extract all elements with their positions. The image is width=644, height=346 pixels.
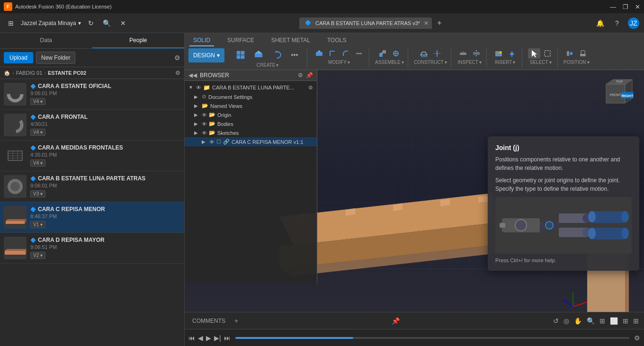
breadcrumb-settings-icon[interactable]: ⚙ bbox=[175, 70, 180, 76]
tab-data[interactable]: Data bbox=[0, 33, 92, 48]
list-item[interactable]: 🔷 CARA A ESTANTE OFICIAL 9:06:01 PM V4 ▾ bbox=[0, 79, 184, 110]
display-settings[interactable]: ⊞ bbox=[632, 316, 640, 326]
breadcrumb-home-icon[interactable]: 🏠 bbox=[4, 70, 10, 76]
modify-chamfer-btn[interactable] bbox=[340, 48, 352, 59]
select-tool-btn[interactable] bbox=[528, 48, 540, 59]
grid-icon[interactable]: ⊞ bbox=[5, 17, 17, 29]
ribbon-tab-tools[interactable]: TOOLS bbox=[323, 35, 350, 46]
file-version[interactable]: V2 ▾ bbox=[30, 252, 45, 259]
create-new-body-btn[interactable] bbox=[232, 48, 249, 62]
search-icon[interactable]: 🔍 bbox=[101, 17, 113, 29]
fit-icon[interactable]: ⊞ bbox=[598, 316, 607, 326]
construct-axis-btn[interactable] bbox=[431, 48, 443, 59]
browser-pin-icon[interactable]: 📌 bbox=[306, 72, 313, 79]
orbit-icon[interactable]: ↺ bbox=[552, 316, 560, 326]
assemble-joint-btn[interactable] bbox=[390, 48, 402, 59]
tree-expand-bodies-icon[interactable]: ▶ bbox=[194, 121, 200, 127]
look-at-icon[interactable]: ◎ bbox=[562, 316, 571, 326]
timeline-track[interactable] bbox=[235, 337, 629, 339]
tree-expand-comp-icon[interactable]: ▶ bbox=[202, 139, 207, 145]
tree-expand-origin-icon[interactable]: ▶ bbox=[194, 112, 200, 118]
tree-expand-doc-icon[interactable]: ▶ bbox=[194, 94, 200, 100]
timeline-play-btn[interactable]: ▶ bbox=[206, 334, 211, 342]
viewcube-toggle[interactable]: ⬜ bbox=[608, 316, 619, 326]
tree-item-root[interactable]: ▼ 👁 📁 CARA B ESTANTE LUNA PARTE... ⚙ bbox=[185, 83, 317, 92]
modify-fillet-btn[interactable] bbox=[326, 48, 339, 59]
timeline-last-btn[interactable]: ⏭ bbox=[224, 334, 231, 342]
help-icon[interactable]: ? bbox=[611, 17, 623, 29]
comments-label[interactable]: COMMENTS bbox=[188, 316, 229, 326]
viewport[interactable]: RIGHT TOP FRONT ◀◀ BROWSER ⚙ 📌 bbox=[185, 70, 644, 312]
close-doc-icon[interactable]: ✕ bbox=[117, 17, 129, 29]
comments-add-icon[interactable]: ＋ bbox=[233, 317, 240, 325]
upload-button[interactable]: Upload bbox=[4, 52, 33, 63]
minimize-button[interactable]: — bbox=[610, 3, 616, 10]
tree-item-doc-settings[interactable]: ▶ ⚙ Document Settings bbox=[185, 92, 317, 101]
tree-comp-visibility-icon[interactable]: 👁 bbox=[209, 139, 215, 145]
inspect-measure-btn[interactable] bbox=[457, 48, 469, 59]
file-version[interactable]: V4 ▾ bbox=[30, 129, 45, 136]
tree-sketches-visibility-icon[interactable]: 👁 bbox=[202, 130, 207, 136]
assemble-new-component-btn[interactable] bbox=[376, 48, 389, 59]
insert-more-btn[interactable] bbox=[506, 48, 518, 59]
tree-origin-visibility-icon[interactable]: 👁 bbox=[202, 112, 207, 118]
tree-bodies-visibility-icon[interactable]: 👁 bbox=[202, 121, 207, 127]
grid-toggle[interactable]: ⊞ bbox=[621, 316, 630, 326]
create-extrude-btn[interactable] bbox=[250, 48, 267, 62]
inspect-section-btn[interactable] bbox=[470, 48, 483, 59]
modify-more-btn[interactable] bbox=[353, 48, 365, 59]
pan-icon[interactable]: ✋ bbox=[572, 316, 583, 326]
viewcube[interactable]: RIGHT TOP FRONT bbox=[597, 75, 635, 113]
zoom-icon[interactable]: 🔍 bbox=[585, 316, 596, 326]
doc-tab-active[interactable]: 🔷 CARA B ESTANTE LUNA PARTE ATRAS v3* ✕ bbox=[299, 18, 432, 29]
close-button[interactable]: ✕ bbox=[635, 3, 640, 10]
sync-icon[interactable]: ↻ bbox=[85, 17, 97, 29]
timeline-settings-icon[interactable]: ⚙ bbox=[634, 334, 640, 342]
new-folder-button[interactable]: New Folder bbox=[36, 52, 75, 64]
panel-settings-icon[interactable]: ⚙ bbox=[174, 54, 180, 62]
position-align-btn[interactable] bbox=[564, 48, 576, 59]
timeline-first-btn[interactable]: ⏮ bbox=[188, 334, 195, 342]
extensions-icon[interactable]: 🔔 bbox=[594, 17, 606, 29]
tree-item-sketches[interactable]: ▶ 👁 📂 Sketches bbox=[185, 128, 317, 137]
maximize-button[interactable]: ❐ bbox=[623, 3, 628, 10]
tree-visibility-icon[interactable]: 👁 bbox=[196, 85, 201, 90]
file-version[interactable]: V4 ▾ bbox=[30, 98, 45, 105]
timeline-fwd-btn[interactable]: ▶| bbox=[214, 334, 221, 342]
tree-expand-views-icon[interactable]: ▶ bbox=[194, 103, 200, 109]
design-dropdown[interactable]: DESIGN ▾ bbox=[188, 48, 224, 62]
tree-item-origin[interactable]: ▶ 👁 📂 Origin bbox=[185, 110, 317, 119]
tree-item-named-views[interactable]: ▶ 📂 Named Views bbox=[185, 101, 317, 110]
titlebar-controls[interactable]: — ❐ ✕ bbox=[610, 3, 640, 10]
create-more-btn[interactable] bbox=[286, 48, 303, 62]
list-item[interactable]: 🔷 CARA A FRONTAL 4/30/21 V4 ▾ bbox=[0, 110, 184, 141]
list-item[interactable]: 🔷 CARA A MEDIDAS FRONTALES 4:35:01 PM V4… bbox=[0, 141, 184, 171]
ribbon-tab-solid[interactable]: SOLID bbox=[189, 35, 214, 46]
tree-expand-icon[interactable]: ▼ bbox=[188, 85, 194, 90]
file-version[interactable]: V4 ▾ bbox=[30, 160, 45, 167]
tab-add-button[interactable]: ＋ bbox=[436, 18, 443, 28]
tree-expand-sketches-icon[interactable]: ▶ bbox=[194, 130, 200, 136]
browser-options-icon[interactable]: ⚙ bbox=[298, 72, 303, 79]
position-more-btn[interactable] bbox=[577, 48, 589, 59]
insert-image-btn[interactable] bbox=[492, 48, 505, 59]
breadcrumb-item1[interactable]: FABDIG 01 bbox=[16, 70, 43, 76]
list-item[interactable]: 🔷 CARA C REPISA MENOR 8:46:37 PM V1 ▾ bbox=[0, 202, 184, 233]
construct-offset-plane-btn[interactable] bbox=[418, 48, 430, 59]
ribbon-tab-surface[interactable]: SURFACE bbox=[224, 35, 258, 46]
doc-tab-close[interactable]: ✕ bbox=[424, 20, 429, 27]
browser-collapse-icon[interactable]: ◀◀ bbox=[188, 72, 197, 79]
timeline-back-btn[interactable]: ◀ bbox=[198, 334, 203, 342]
create-revolve-btn[interactable] bbox=[268, 48, 285, 62]
user-menu[interactable]: Jazzel Zapata Minaya ▾ bbox=[21, 20, 81, 27]
tree-root-settings-icon[interactable]: ⚙ bbox=[308, 85, 313, 91]
tree-item-component[interactable]: ▶ 👁 ☐ 🔗 CARA C REPISA MENOR v1:1 bbox=[185, 137, 317, 146]
list-item[interactable]: 🔷 CARA B ESTANTE LUNA PARTE ATRAS 9:06:0… bbox=[0, 171, 184, 202]
file-version[interactable]: V1 ▾ bbox=[30, 221, 45, 228]
ribbon-tab-sheet-metal[interactable]: SHEET METAL bbox=[268, 35, 314, 46]
select-filter-btn[interactable] bbox=[541, 48, 554, 59]
modify-press-pull-btn[interactable] bbox=[313, 48, 325, 59]
comments-settings-icon[interactable]: 📌 bbox=[392, 317, 400, 325]
account-icon[interactable]: JZ bbox=[628, 18, 639, 29]
list-item[interactable]: 🔷 CARA D REPISA MAYOR 9:06:51 PM V2 ▾ bbox=[0, 233, 184, 264]
